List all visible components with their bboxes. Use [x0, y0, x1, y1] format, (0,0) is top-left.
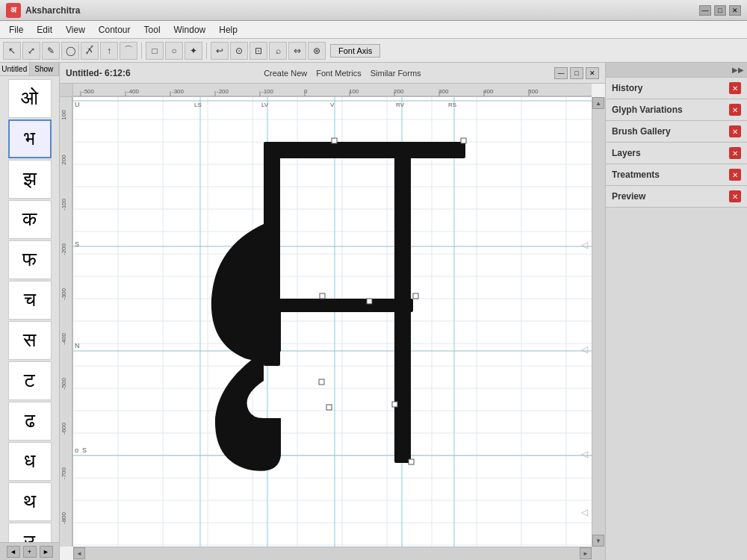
- treatments-section-header[interactable]: Treatments ✕: [606, 164, 747, 185]
- glyph-item-cha[interactable]: च: [8, 281, 52, 320]
- svg-text:300: 300: [438, 88, 449, 95]
- tool-circle[interactable]: ◯: [61, 42, 79, 60]
- glyph-item-dha[interactable]: ढ: [8, 402, 52, 441]
- nav-prev-button[interactable]: ◄: [7, 546, 20, 558]
- similar-forms-action[interactable]: Similar Forms: [371, 69, 421, 78]
- menu-contour[interactable]: Contour: [93, 23, 137, 37]
- ruler-corner-br: [592, 547, 605, 560]
- tool-transform[interactable]: ⤢: [22, 42, 40, 60]
- create-new-action[interactable]: Create New: [264, 69, 307, 78]
- left-panel: Untitled Show ओ भ झ क फ च स ट ढ ध थ उ ऐ …: [0, 63, 60, 560]
- menu-view[interactable]: View: [60, 23, 91, 37]
- toolbar-separator-2: [206, 43, 207, 59]
- scrollbar-horizontal[interactable]: ◄ ►: [73, 547, 592, 560]
- center-area: Untitled- 6:12:6 Create New Font Metrics…: [60, 63, 605, 560]
- panel-section-history: History ✕: [606, 78, 747, 99]
- menu-edit[interactable]: Edit: [31, 23, 58, 37]
- svg-text:S: S: [75, 240, 79, 248]
- glyph-variations-section-header[interactable]: Glyph Variations ✕: [606, 99, 747, 120]
- history-close-button[interactable]: ✕: [729, 82, 741, 94]
- history-section-header[interactable]: History ✕: [606, 78, 747, 99]
- font-metrics-action[interactable]: Font Metrics: [316, 69, 362, 78]
- menu-file[interactable]: File: [3, 23, 29, 37]
- editor-close-button[interactable]: ✕: [586, 67, 599, 79]
- editor-minimize-button[interactable]: —: [554, 67, 568, 79]
- nav-add-button[interactable]: +: [23, 546, 37, 558]
- svg-text:-400: -400: [61, 332, 67, 345]
- nav-next-button[interactable]: ►: [40, 546, 53, 558]
- tool-rect[interactable]: □: [146, 42, 164, 60]
- maximize-button[interactable]: □: [714, 5, 726, 16]
- scroll-left-arrow[interactable]: ◄: [73, 547, 85, 559]
- editor-title: Untitled- 6:12:6: [66, 68, 131, 78]
- tool-metrics[interactable]: ⊙: [230, 42, 248, 60]
- scrollbar-vertical[interactable]: ▲ ▼: [592, 97, 605, 547]
- scroll-down-arrow[interactable]: ▼: [592, 535, 604, 547]
- svg-text:-200: -200: [61, 243, 67, 255]
- svg-text:U: U: [75, 101, 80, 108]
- preview-label: Preview: [612, 191, 645, 202]
- tool-curve[interactable]: 〆: [81, 42, 99, 60]
- left-panel-tabs: Untitled Show: [0, 63, 59, 76]
- svg-text:-200: -200: [217, 88, 229, 95]
- layers-close-button[interactable]: ✕: [729, 147, 741, 159]
- tool-select[interactable]: ↖: [3, 42, 21, 60]
- tool-undo[interactable]: ↩: [211, 42, 229, 60]
- glyph-item-o[interactable]: ओ: [8, 79, 52, 118]
- preview-close-button[interactable]: ✕: [729, 190, 741, 202]
- main-layout: Untitled Show ओ भ झ क फ च स ट ढ ध थ उ ऐ …: [0, 63, 747, 560]
- canvas-area[interactable]: U S N o S P T LS LV V RV RS: [73, 97, 592, 547]
- svg-text:100: 100: [349, 88, 359, 95]
- glyph-item-ka[interactable]: क: [8, 200, 52, 239]
- font-axis-button[interactable]: Font Axis: [330, 44, 380, 57]
- tool-settings[interactable]: ⊛: [308, 42, 326, 60]
- glyph-item-tha[interactable]: थ: [8, 482, 52, 521]
- scroll-up-arrow[interactable]: ▲: [592, 97, 604, 109]
- brush-gallery-section-header[interactable]: Brush Gallery ✕: [606, 121, 747, 142]
- minimize-button[interactable]: —: [699, 5, 711, 16]
- menu-tool[interactable]: Tool: [138, 23, 167, 37]
- brush-gallery-close-button[interactable]: ✕: [729, 125, 741, 137]
- tool-anchor[interactable]: ↑: [100, 42, 118, 60]
- tool-flip[interactable]: ⇔: [288, 42, 306, 60]
- menu-help[interactable]: Help: [213, 23, 244, 37]
- canvas-container: -500 -400 -300 -200 -100 0 100 200: [60, 84, 605, 560]
- tool-star[interactable]: ✦: [185, 42, 202, 60]
- svg-text:-300: -300: [61, 287, 67, 300]
- glyph-item-sa[interactable]: स: [8, 321, 52, 360]
- expand-icon[interactable]: ▶▶: [732, 66, 744, 74]
- glyph-item-bha[interactable]: भ: [8, 119, 52, 158]
- window-controls[interactable]: — □ ✕: [699, 5, 741, 16]
- right-panel-header: ▶▶: [606, 63, 747, 78]
- svg-rect-96: [319, 379, 324, 385]
- glyph-item-u[interactable]: उ: [8, 523, 52, 542]
- glyph-item-dha2[interactable]: ध: [8, 442, 52, 481]
- close-button[interactable]: ✕: [729, 5, 741, 16]
- layers-section-header[interactable]: Layers ✕: [606, 143, 747, 164]
- svg-text:-500: -500: [61, 377, 67, 390]
- ruler-top: -500 -400 -300 -200 -100 0 100 200: [73, 84, 592, 97]
- tool-pen[interactable]: ✎: [42, 42, 60, 60]
- editor-maximize-button[interactable]: □: [570, 67, 583, 79]
- glyph-variations-close-button[interactable]: ✕: [729, 104, 741, 116]
- tool-arc[interactable]: ⌒: [120, 42, 137, 60]
- ruler-corner-tl: [60, 84, 73, 97]
- tool-zoom[interactable]: ⌕: [269, 42, 287, 60]
- tab-untitled[interactable]: Untitled: [0, 63, 30, 75]
- svg-text:-500: -500: [82, 88, 95, 95]
- svg-text:RS: RS: [448, 102, 456, 108]
- treatments-label: Treatments: [612, 169, 660, 180]
- svg-text:o: o: [75, 447, 78, 454]
- svg-text:V: V: [330, 102, 335, 108]
- tool-grid[interactable]: ⊡: [249, 42, 267, 60]
- preview-section-header[interactable]: Preview ✕: [606, 186, 747, 207]
- svg-rect-98: [367, 299, 372, 304]
- glyph-item-ta[interactable]: ट: [8, 361, 52, 400]
- tool-ellipse[interactable]: ○: [165, 42, 183, 60]
- glyph-item-jha[interactable]: झ: [8, 160, 52, 199]
- tab-show[interactable]: Show: [30, 63, 60, 75]
- glyph-item-pha[interactable]: फ: [8, 240, 52, 279]
- scroll-right-arrow[interactable]: ►: [580, 547, 592, 559]
- treatments-close-button[interactable]: ✕: [729, 169, 741, 181]
- menu-window[interactable]: Window: [168, 23, 212, 37]
